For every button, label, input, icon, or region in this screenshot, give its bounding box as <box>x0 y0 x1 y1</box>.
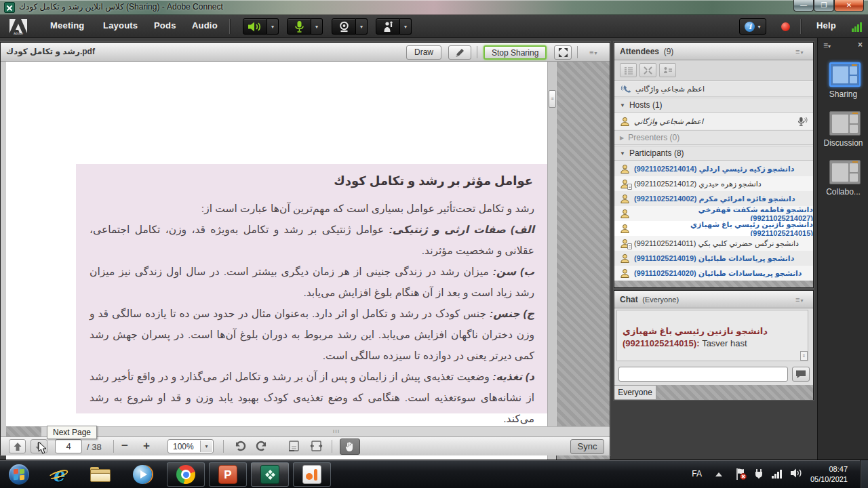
zoom-in-button[interactable]: + <box>143 439 150 453</box>
participant-name: دانشجو نازنين رئيسي باغ شهبازي (99211025… <box>634 220 813 237</box>
sync-button[interactable]: Sync <box>570 439 604 454</box>
start-button[interactable] <box>5 464 33 485</box>
speaker-button[interactable] <box>243 18 267 35</box>
speaker-dropdown[interactable]: ▾ <box>267 18 279 35</box>
meeting-info-button[interactable]: i ▾ <box>739 18 766 35</box>
pan-tool-button[interactable] <box>340 439 360 455</box>
menu-help[interactable]: Help <box>816 20 836 30</box>
zoom-out-button[interactable]: − <box>121 439 128 453</box>
chat-tab-everyone[interactable]: Everyone <box>614 385 656 400</box>
fit-page-button[interactable] <box>288 441 301 452</box>
microphone-button[interactable] <box>287 18 311 35</box>
undo-icon <box>234 441 246 451</box>
action-center-flag-icon[interactable] <box>735 468 747 481</box>
scrollbar-grip[interactable]: ııı <box>292 428 380 435</box>
layout-collaboration-thumbnail[interactable] <box>829 160 861 184</box>
layoutbar-menu-icon[interactable]: ≡▾ <box>823 41 831 50</box>
minimize-button[interactable]: — <box>793 0 814 12</box>
file-explorer-icon[interactable] <box>87 464 114 485</box>
volume-icon[interactable] <box>790 468 803 479</box>
host-row[interactable]: اعظم شجاعي واژگاني <box>614 113 813 129</box>
fit-width-button[interactable] <box>310 441 323 452</box>
internet-explorer-icon[interactable]: e <box>45 464 72 485</box>
list-view-icon[interactable] <box>620 63 637 77</box>
layout-discussion-label[interactable]: Discussion <box>818 138 868 148</box>
document-vertical-scrollbar[interactable]: ≡ <box>547 62 556 468</box>
raise-hand-button[interactable] <box>376 18 400 35</box>
attendee-device-icon <box>620 179 630 189</box>
chat-input[interactable] <box>618 367 788 382</box>
chat-message-area: دانشجو نازنين رئيسي باغ شهبازي (99211025… <box>616 310 808 361</box>
chat-send-button[interactable] <box>792 367 810 382</box>
participant-row[interactable]: دانشجو فائزه امرائي مكرم (99211025214002… <box>614 191 813 206</box>
language-indicator[interactable]: FA <box>692 469 702 479</box>
layout-collaboration-label[interactable]: Collabo... <box>818 187 868 197</box>
breakout-view-icon[interactable] <box>639 63 656 77</box>
webcam-icon <box>338 21 351 33</box>
ocam-taskbar-button[interactable] <box>293 462 331 487</box>
chevron-down-icon[interactable]: ▾ <box>200 441 212 452</box>
layout-discussion-thumbnail[interactable] <box>829 111 861 136</box>
microphone-icon <box>294 20 304 33</box>
chat-title: Chat <box>620 295 638 304</box>
draw-button[interactable]: Draw <box>406 45 441 60</box>
participant-row[interactable]: دانشجو فاطمه شكفت قهفرخي (99211025214027… <box>614 206 813 221</box>
participants-section-header[interactable]: ▼ Participants (8) <box>614 146 813 161</box>
raise-hand-dropdown[interactable]: ▾ <box>400 18 412 35</box>
chat-header: Chat (Everyone) ≡ <box>614 291 813 308</box>
presenters-section-header[interactable]: ▶ Presenters (0) <box>614 130 813 145</box>
participant-row[interactable]: دانشجو پرياسادات طبائيان (99111025214019… <box>614 251 813 266</box>
adobe-connect-taskbar-button[interactable] <box>251 462 289 487</box>
pod-empty-corner <box>6 426 41 436</box>
webcam-dropdown[interactable]: ▾ <box>356 18 368 35</box>
scrollbar-thumb[interactable]: ≡ <box>549 90 556 108</box>
powerpoint-taskbar-button[interactable]: P <box>209 462 247 487</box>
window-titlebar[interactable]: كلاس انلاين رشد و تكامل كودك (Sharing) -… <box>0 0 868 15</box>
zoom-level-select[interactable]: 100% ▾ <box>167 439 214 453</box>
status-view-icon[interactable] <box>659 63 676 77</box>
webcam-button[interactable] <box>332 18 356 35</box>
menu-pods[interactable]: Pods <box>154 20 176 30</box>
media-player-icon[interactable] <box>129 464 156 485</box>
layout-sharing-label[interactable]: Sharing <box>818 89 868 99</box>
tray-expand-icon[interactable] <box>715 472 722 476</box>
close-button[interactable]: ✕ <box>834 0 864 12</box>
hosts-section-header[interactable]: ▼ Hosts (1) <box>614 98 813 113</box>
redo-button[interactable] <box>256 441 268 451</box>
microphone-dropdown[interactable]: ▾ <box>311 18 323 35</box>
document-horizontal-scrollbar[interactable]: ııı <box>41 426 610 436</box>
chat-pod: Chat (Everyone) ≡ دانشجو نازنين رئيسي با… <box>614 290 814 400</box>
pencil-tool-button[interactable] <box>448 45 471 60</box>
fullscreen-button[interactable] <box>554 45 572 60</box>
share-pod-menu-icon[interactable]: ≡ <box>589 48 603 56</box>
menu-audio[interactable]: Audio <box>192 20 218 30</box>
participant-row-highlighted[interactable]: دانشجو نازنين رئيسي باغ شهبازي (99211025… <box>614 221 813 236</box>
phone-attendee-row[interactable]: اعظم شجاعي واژگاني <box>614 82 813 97</box>
layoutbar-close-icon[interactable]: × <box>858 40 863 49</box>
desktop: كلاس انلاين رشد و تكامل كودك (Sharing) -… <box>0 0 868 488</box>
clock[interactable]: 08:47 05/10/2021 <box>810 464 848 485</box>
show-desktop-button[interactable] <box>860 460 868 488</box>
undo-button[interactable] <box>234 441 246 451</box>
layout-sharing-thumbnail[interactable] <box>829 62 861 87</box>
stop-sharing-button[interactable]: Stop Sharing <box>484 45 547 60</box>
previous-page-button[interactable] <box>9 439 26 453</box>
page-number-input[interactable] <box>55 439 82 453</box>
participant-row[interactable]: دانشجو زهره حيدري (99211025214012) <box>614 176 813 191</box>
restore-button[interactable]: ❐ <box>814 0 834 12</box>
participant-row[interactable]: دانشجو نرگس حضرتي كلبي بكي (992110252140… <box>614 236 813 251</box>
chrome-taskbar-button[interactable] <box>167 462 205 487</box>
network-signal-icon[interactable] <box>772 468 784 479</box>
menu-layouts[interactable]: Layouts <box>103 20 138 30</box>
chat-pod-menu-icon[interactable]: ≡ <box>795 296 809 304</box>
participant-row[interactable]: دانشجو زكيه رئيسي اردلي (99211025214014) <box>614 161 813 176</box>
participant-name: دانشجو زكيه رئيسي اردلي (99211025214014) <box>634 165 794 174</box>
chrome-icon <box>176 465 195 484</box>
chat-scrollbar[interactable]: ≡ <box>800 351 808 361</box>
attendees-pod-menu-icon[interactable]: ≡ <box>795 47 809 56</box>
attendee-icon <box>620 194 630 204</box>
power-plug-icon[interactable] <box>753 468 765 480</box>
participant-row[interactable]: دانشجو پريساسادات طبائيان (9911102521402… <box>614 266 813 281</box>
attendee-device-icon <box>620 239 630 249</box>
menu-meeting[interactable]: Meeting <box>50 20 85 30</box>
